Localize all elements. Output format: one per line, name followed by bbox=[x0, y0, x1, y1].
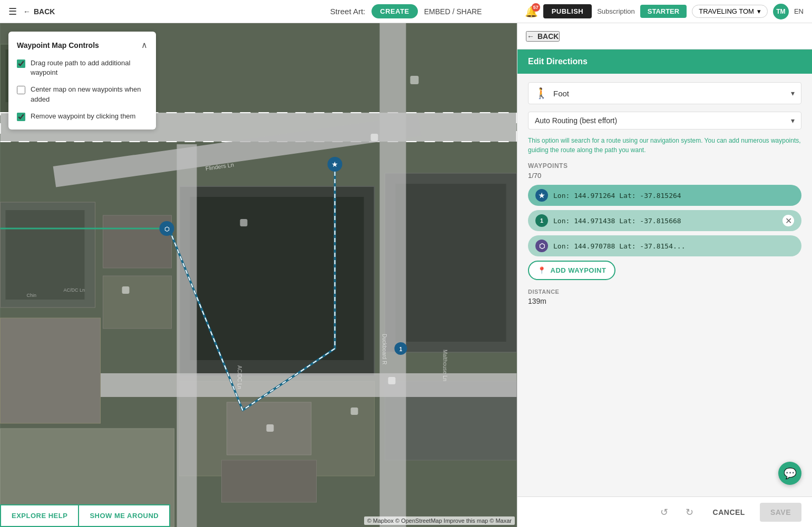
top-nav: ☰ ← BACK Street Art: CREATE EMBED / SHAR… bbox=[0, 0, 812, 23]
panel-footer: ↺ ↻ CANCEL SAVE bbox=[517, 496, 812, 527]
waypoint-coords-0: Lon: 144.971264 Lat: -37.815264 bbox=[553, 192, 681, 200]
waypoint-item-2[interactable]: ⬡ Lon: 144.970788 Lat: -37.8154... bbox=[528, 235, 801, 256]
svg-rect-21 bbox=[1, 318, 101, 423]
waypoint-panel-title: Waypoint Map Controls bbox=[17, 41, 99, 49]
chat-widget[interactable]: 💬 bbox=[778, 462, 801, 485]
avatar[interactable]: TM bbox=[773, 4, 789, 19]
remove-waypoint-label[interactable]: Remove waypoint by clicking them bbox=[31, 112, 135, 121]
distance-value: 139m bbox=[528, 297, 801, 305]
panel-header-title: Edit Directions bbox=[528, 57, 588, 66]
bottom-buttons: EXPLORE HELP SHOW ME AROUND bbox=[0, 504, 170, 527]
waypoint-panel-header: Waypoint Map Controls ∧ bbox=[17, 40, 148, 50]
svg-rect-40 bbox=[388, 377, 396, 384]
nav-right: 🔔 57 PUBLISH Subscription STARTER TRAVEL… bbox=[525, 4, 804, 19]
remove-waypoint-checkbox[interactable] bbox=[17, 113, 25, 121]
main-area: ★ ⬡ 1 Flinders Ln Duckboard R Malthouse … bbox=[0, 23, 812, 527]
transport-label: Foot bbox=[553, 89, 791, 98]
waypoints-label: Waypoints bbox=[528, 162, 801, 170]
remove-waypoint-control: Remove waypoint by clicking them bbox=[17, 112, 148, 121]
svg-rect-15 bbox=[103, 276, 172, 329]
svg-rect-41 bbox=[351, 407, 358, 415]
transport-selector[interactable]: 🚶 Foot ▾ bbox=[528, 82, 801, 104]
svg-text:★: ★ bbox=[331, 160, 338, 168]
svg-text:Malthouse Ln: Malthouse Ln bbox=[442, 350, 448, 381]
user-label: TRAVELING TOM bbox=[699, 7, 754, 15]
center-map-control: Center map on new waypoints when added bbox=[17, 85, 148, 104]
svg-text:AC/DC Ln: AC/DC Ln bbox=[64, 287, 85, 293]
back-button[interactable]: ← BACK bbox=[23, 7, 55, 16]
svg-rect-37 bbox=[371, 134, 378, 141]
transport-icon: 🚶 bbox=[535, 87, 548, 100]
svg-text:Duckboard R: Duckboard R bbox=[381, 334, 387, 364]
redo-button[interactable]: ↻ bbox=[681, 504, 698, 521]
drag-route-label[interactable]: Drag route path to add additional waypoi… bbox=[31, 58, 148, 77]
subscription-label: Subscription bbox=[597, 7, 635, 15]
svg-rect-14 bbox=[103, 215, 172, 268]
panel-body: 🚶 Foot ▾ Auto Routing (best effort) ▾ Th… bbox=[517, 74, 812, 496]
svg-text:⬡: ⬡ bbox=[164, 226, 170, 232]
waypoint-close-button-1[interactable]: ✕ bbox=[782, 215, 794, 226]
center-map-label[interactable]: Center map on new waypoints when added bbox=[31, 85, 148, 104]
panel-header: Edit Directions bbox=[517, 49, 812, 74]
svg-rect-20 bbox=[222, 460, 317, 502]
distance-section: DISTANCE 139m bbox=[528, 289, 801, 305]
nav-center: Street Art: CREATE EMBED / SHARE bbox=[330, 4, 482, 18]
center-map-checkbox[interactable] bbox=[17, 86, 25, 94]
create-button[interactable]: CREATE bbox=[371, 4, 417, 18]
show-me-around-button[interactable]: SHOW ME AROUND bbox=[79, 504, 170, 527]
svg-rect-38 bbox=[240, 219, 248, 226]
svg-rect-13 bbox=[6, 210, 85, 300]
language-selector[interactable]: EN bbox=[794, 7, 804, 15]
waypoints-count: 1/70 bbox=[528, 172, 801, 180]
waypoint-item-1[interactable]: 1 Lon: 144.971438 Lat: -37.815668 ✕ bbox=[528, 210, 801, 231]
waypoint-badge-2: ⬡ bbox=[535, 240, 548, 252]
svg-rect-42 bbox=[267, 424, 274, 432]
starter-button[interactable]: STARTER bbox=[640, 5, 687, 18]
right-panel: ← BACK Edit Directions 🚶 Foot ▾ Auto Rou… bbox=[517, 23, 812, 527]
svg-text:Chin: Chin bbox=[27, 293, 37, 298]
drag-route-checkbox[interactable] bbox=[17, 59, 25, 68]
routing-description: This option will search for a route usin… bbox=[528, 136, 801, 155]
notifications-button[interactable]: 🔔 57 bbox=[525, 5, 538, 18]
transport-dropdown-arrow: ▾ bbox=[791, 89, 795, 97]
menu-icon[interactable]: ☰ bbox=[8, 6, 17, 17]
map-attribution: © Mapbox © OpenStreetMap Improve this ma… bbox=[364, 516, 515, 525]
cancel-button[interactable]: CANCEL bbox=[707, 504, 751, 521]
svg-rect-39 bbox=[122, 286, 130, 294]
waypoint-controls-panel: Waypoint Map Controls ∧ Drag route path … bbox=[8, 32, 156, 130]
chat-icon: 💬 bbox=[784, 467, 797, 480]
add-waypoint-button[interactable]: 📍 ADD WAYPOINT bbox=[528, 261, 615, 280]
routing-selector[interactable]: Auto Routing (best effort) ▾ bbox=[528, 112, 801, 130]
waypoint-item-0[interactable]: ★ Lon: 144.971264 Lat: -37.815264 bbox=[528, 185, 801, 206]
notification-count: 57 bbox=[532, 3, 540, 12]
add-waypoint-icon: 📍 bbox=[537, 266, 546, 274]
svg-rect-36 bbox=[410, 76, 419, 84]
back-arrow-icon: ← bbox=[23, 7, 31, 16]
panel-back-bar: ← BACK bbox=[517, 23, 812, 49]
street-art-label: Street Art: bbox=[330, 7, 366, 16]
panel-back-button[interactable]: ← BACK bbox=[526, 31, 560, 42]
svg-rect-7 bbox=[190, 197, 364, 360]
publish-button[interactable]: PUBLISH bbox=[543, 4, 592, 18]
waypoint-coords-2: Lon: 144.970788 Lat: -37.8154... bbox=[553, 242, 685, 250]
embed-share-button[interactable]: EMBED / SHARE bbox=[424, 7, 482, 16]
explore-help-button[interactable]: EXPLORE HELP bbox=[0, 504, 79, 527]
svg-rect-9 bbox=[396, 184, 506, 342]
svg-text:AC/DC Ln: AC/DC Ln bbox=[237, 365, 242, 389]
collapse-button[interactable]: ∧ bbox=[141, 40, 148, 50]
undo-button[interactable]: ↺ bbox=[656, 504, 673, 521]
svg-rect-17 bbox=[177, 144, 197, 527]
distance-label: DISTANCE bbox=[528, 289, 801, 295]
routing-dropdown-arrow: ▾ bbox=[791, 116, 795, 125]
waypoint-coords-1: Lon: 144.971438 Lat: -37.815668 bbox=[553, 217, 681, 225]
save-button[interactable]: SAVE bbox=[760, 503, 801, 522]
routing-label: Auto Routing (best effort) bbox=[535, 116, 791, 125]
chevron-down-icon: ▾ bbox=[757, 7, 761, 15]
waypoint-badge-1: 1 bbox=[535, 214, 548, 227]
nav-left: ☰ ← BACK bbox=[8, 6, 55, 17]
back-arrow-icon: ← bbox=[527, 32, 534, 41]
user-dropdown[interactable]: TRAVELING TOM ▾ bbox=[692, 5, 768, 18]
svg-text:1: 1 bbox=[399, 346, 403, 352]
map-area[interactable]: ★ ⬡ 1 Flinders Ln Duckboard R Malthouse … bbox=[0, 23, 517, 527]
waypoint-badge-0: ★ bbox=[535, 189, 548, 202]
